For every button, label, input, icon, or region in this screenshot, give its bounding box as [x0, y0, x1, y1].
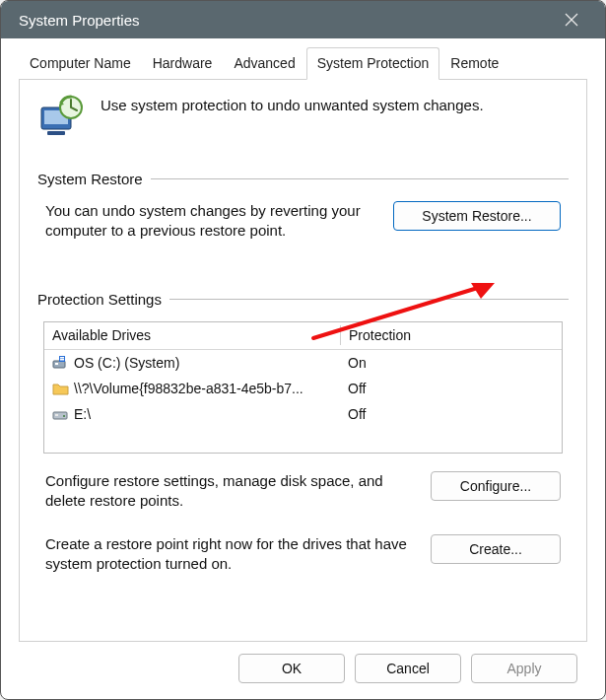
group-protection-settings: Protection Settings Available Drives Pro…	[37, 291, 569, 575]
system-protection-icon	[37, 94, 85, 141]
close-icon	[565, 13, 578, 27]
window-title: System Properties	[19, 12, 550, 29]
group-title: Protection Settings	[37, 291, 169, 308]
folder-icon	[52, 381, 70, 396]
intro-text: Use system protection to undo unwanted s…	[101, 94, 484, 115]
tab-panel: Use system protection to undo unwanted s…	[19, 80, 587, 642]
tab-computer-name[interactable]: Computer Name	[19, 47, 142, 80]
close-button[interactable]	[550, 5, 593, 35]
drive-protection: On	[340, 355, 562, 371]
system-properties-dialog: System Properties Computer Name Hardware…	[0, 0, 606, 700]
tab-hardware[interactable]: Hardware	[142, 47, 224, 80]
tab-advanced[interactable]: Advanced	[223, 47, 305, 80]
drives-list[interactable]: Available Drives Protection	[43, 321, 563, 454]
titlebar[interactable]: System Properties	[1, 1, 605, 38]
group-rule	[151, 178, 569, 179]
create-text: Create a restore point right now for the…	[45, 534, 413, 575]
create-row: Create a restore point right now for the…	[37, 534, 569, 575]
group-header: System Restore	[37, 171, 569, 187]
dialog-footer: OK Cancel Apply	[13, 642, 593, 689]
group-title: System Restore	[37, 171, 151, 187]
drive-protection: Off	[340, 406, 562, 422]
svg-rect-9	[55, 363, 58, 365]
drive-name: E:\	[74, 406, 91, 422]
drive-icon	[52, 406, 70, 422]
drive-row[interactable]: OS (C:) (System) On	[44, 350, 562, 376]
system-restore-button[interactable]: System Restore...	[393, 201, 561, 231]
drive-row[interactable]: E:\ Off	[44, 401, 562, 427]
group-system-restore: System Restore You can undo system chang…	[37, 171, 569, 242]
svg-rect-4	[47, 131, 65, 135]
drive-system-icon	[52, 355, 70, 371]
svg-rect-12	[60, 359, 64, 361]
configure-text: Configure restore settings, manage disk …	[45, 471, 413, 512]
cancel-button[interactable]: Cancel	[355, 654, 461, 683]
drive-name: \\?\Volume{f98832be-a831-4e5b-b7...	[74, 381, 303, 396]
restore-row: You can undo system changes by reverting…	[37, 201, 569, 242]
drive-row[interactable]: \\?\Volume{f98832be-a831-4e5b-b7... Off	[44, 376, 562, 401]
restore-description: You can undo system changes by reverting…	[45, 201, 375, 242]
group-rule	[169, 299, 569, 300]
svg-point-15	[63, 415, 65, 417]
dialog-body: Computer Name Hardware Advanced System P…	[1, 38, 605, 699]
tabstrip: Computer Name Hardware Advanced System P…	[19, 46, 587, 80]
tab-remote[interactable]: Remote	[439, 47, 509, 80]
drive-protection: Off	[340, 381, 562, 396]
column-drives: Available Drives	[44, 327, 340, 343]
group-header: Protection Settings	[37, 291, 569, 308]
configure-row: Configure restore settings, manage disk …	[37, 471, 569, 512]
svg-rect-14	[55, 414, 58, 416]
svg-rect-8	[53, 361, 65, 368]
drives-header: Available Drives Protection	[44, 322, 562, 350]
column-protection: Protection	[341, 327, 562, 343]
configure-button[interactable]: Configure...	[431, 471, 561, 501]
intro-row: Use system protection to undo unwanted s…	[37, 94, 569, 141]
create-button[interactable]: Create...	[431, 534, 561, 564]
drive-name: OS (C:) (System)	[74, 355, 179, 371]
tab-system-protection[interactable]: System Protection	[306, 47, 440, 80]
ok-button[interactable]: OK	[238, 654, 345, 683]
svg-rect-11	[60, 357, 64, 359]
apply-button[interactable]: Apply	[471, 654, 577, 683]
